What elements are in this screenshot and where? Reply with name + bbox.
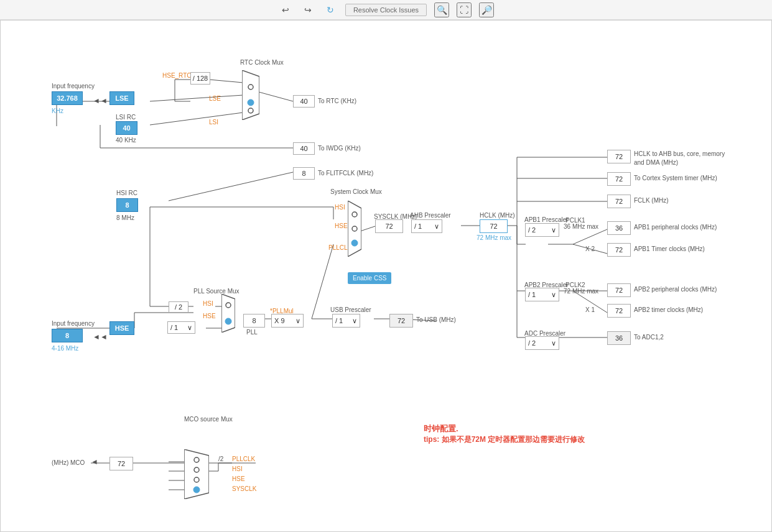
- zoom-out-button[interactable]: 🔎: [479, 2, 494, 17]
- mco-hsi-label: HSI: [232, 466, 243, 472]
- apb1-x2-label: X 2: [585, 245, 595, 252]
- toolbar: ↩ ↪ ↻ Resolve Clock Issues 🔍 ⛶ 🔎: [0, 0, 772, 20]
- fclk-val: 72: [607, 195, 631, 208]
- input-freq-range: 4-16 MHz: [52, 345, 78, 352]
- svg-point-66: [351, 240, 358, 246]
- svg-line-8: [259, 92, 293, 101]
- svg-line-5: [209, 80, 243, 83]
- ahb-prescaler-label: AHB Prescaler: [410, 212, 451, 219]
- clock-diagram-canvas: RTC Clock Mux HSE_RTC / 128 LSE LSI 40 T…: [0, 20, 772, 532]
- cortex-val: 72: [607, 172, 631, 186]
- svg-marker-67: [221, 294, 235, 332]
- usb-div-dropdown[interactable]: / 1∨: [332, 314, 360, 328]
- pll-hse-label: HSE: [203, 313, 216, 319]
- mco-mux-shape: [184, 449, 209, 499]
- usb-prescaler-label: USB Prescaler: [330, 306, 371, 313]
- rtc-mux-shape: [242, 70, 259, 120]
- svg-line-11: [169, 172, 293, 201]
- apb1-timer-label: APB1 Timer clocks (MHz): [634, 245, 705, 252]
- lsi-rc-label: LSI RC: [116, 114, 136, 121]
- pll-label: PLL: [246, 329, 258, 336]
- lsi-unit: 40 KHz: [116, 137, 136, 144]
- svg-point-64: [352, 212, 357, 217]
- cortex-label: To Cortex System timer (MHz): [634, 175, 717, 181]
- mco-div2-label: /2: [218, 456, 223, 462]
- sysclk-val[interactable]: 72: [375, 219, 403, 233]
- apb2-x1-label: X 1: [585, 306, 595, 313]
- lse-line-label: LSE: [209, 95, 221, 102]
- hclk-ahb-label: HCLK to AHB bus, core, memory and DMA (M…: [634, 150, 727, 167]
- usb-label: To USB (MHz): [416, 316, 456, 323]
- svg-point-68: [226, 303, 231, 308]
- apb1-prescaler-label: APB1 Prescaler: [524, 216, 569, 223]
- input-freq-label1: Input frequency: [52, 83, 95, 89]
- pll-div1-dropdown[interactable]: / 1∨: [167, 321, 195, 334]
- apb2-max-label: 72 MHz max: [564, 288, 598, 295]
- pll-val-box: 8: [243, 314, 265, 328]
- adc-div-dropdown[interactable]: / 2∨: [525, 336, 559, 350]
- svg-point-60: [248, 85, 253, 89]
- svg-point-61: [248, 99, 254, 106]
- zoom-in-button[interactable]: 🔍: [434, 2, 449, 17]
- sys-clock-mux-shape: [348, 201, 361, 257]
- mco-hse-label: HSE: [232, 475, 245, 482]
- apb2-periph-label: APB2 peripheral clocks (MHz): [634, 286, 717, 293]
- apb1-max-label: 36 MHz max: [564, 223, 598, 230]
- apb2-periph-val: 72: [607, 283, 631, 297]
- hsi-unit: 8 MHz: [116, 214, 134, 221]
- hse-rtc-line-label: HSE_RTC: [162, 72, 192, 79]
- resolve-clock-button[interactable]: Resolve Clock Issues: [345, 4, 427, 16]
- hsi-rc-label: HSI RC: [116, 190, 137, 196]
- div128-box[interactable]: / 128: [190, 72, 210, 85]
- svg-line-27: [573, 229, 607, 244]
- to-rtc-label: To RTC (KHz): [318, 98, 356, 104]
- svg-point-72: [194, 467, 199, 472]
- apb1-periph-val: 36: [607, 221, 631, 235]
- pll-mul-dropdown[interactable]: X 9∨: [271, 314, 304, 328]
- input-freq-value1: 32.768: [52, 91, 83, 105]
- svg-line-7: [150, 112, 243, 125]
- hsi-mux-label: HSI: [335, 204, 345, 211]
- sys-clock-mux-label: System Clock Mux: [330, 188, 382, 195]
- hclk-val[interactable]: 72: [480, 219, 508, 233]
- adc-val: 36: [607, 331, 631, 345]
- apb1-div-dropdown[interactable]: / 2∨: [525, 223, 559, 237]
- svg-point-62: [248, 108, 253, 113]
- usb-val: 72: [389, 314, 413, 328]
- note-title: 时钟配置.: [424, 423, 585, 434]
- hclk-label: HCLK (MHz): [480, 212, 515, 219]
- apb2-div-dropdown[interactable]: / 1∨: [525, 288, 559, 301]
- ahb-div-dropdown[interactable]: / 1∨: [411, 219, 442, 233]
- hclk-max-label: 72 MHz max: [477, 234, 511, 241]
- lse-box: LSE: [109, 91, 134, 105]
- pll-div2-box[interactable]: / 2: [169, 301, 188, 313]
- apb1-periph-label: APB1 peripheral clocks (MHz): [634, 224, 717, 231]
- enable-css-button[interactable]: Enable CSS: [348, 272, 391, 284]
- svg-point-71: [194, 457, 199, 462]
- pll-hsi-label: HSI: [203, 300, 213, 307]
- lsi-line-label: LSI: [209, 119, 218, 126]
- note-tips: tips: 如果不是72M 定时器配置那边需要进行修改: [424, 434, 585, 445]
- fclk-label: FCLK (MHz): [634, 197, 669, 204]
- to-iwdg-label: To IWDG (KHz): [318, 145, 361, 152]
- mco-source-mux-label: MCO source Mux: [184, 416, 233, 423]
- to-flit-value: 8: [293, 167, 315, 180]
- mco-label: (MHz) MCO: [52, 459, 85, 466]
- redo-button[interactable]: ↪: [300, 2, 315, 17]
- refresh-button[interactable]: ↻: [323, 2, 338, 17]
- fullscreen-button[interactable]: ⛶: [457, 2, 472, 17]
- svg-line-6: [150, 95, 243, 101]
- hse-mux-label: HSE: [335, 222, 348, 229]
- arrow-lse: ◄◄: [93, 96, 108, 105]
- to-flit-label: To FLITFCLK (MHz): [318, 170, 373, 177]
- input-freq-value2: 8: [52, 329, 83, 342]
- mco-pllclk-label: PLLCLK: [232, 456, 255, 462]
- svg-point-65: [352, 226, 357, 231]
- hsi-val-box: 8: [116, 198, 138, 212]
- apb1-timer-val: 72: [607, 243, 631, 257]
- undo-button[interactable]: ↩: [278, 2, 293, 17]
- svg-point-74: [193, 487, 200, 493]
- note-section: 时钟配置. tips: 如果不是72M 定时器配置那边需要进行修改: [424, 423, 585, 445]
- arrow-hse: ◄◄: [93, 332, 108, 341]
- mco-val: 72: [109, 457, 133, 470]
